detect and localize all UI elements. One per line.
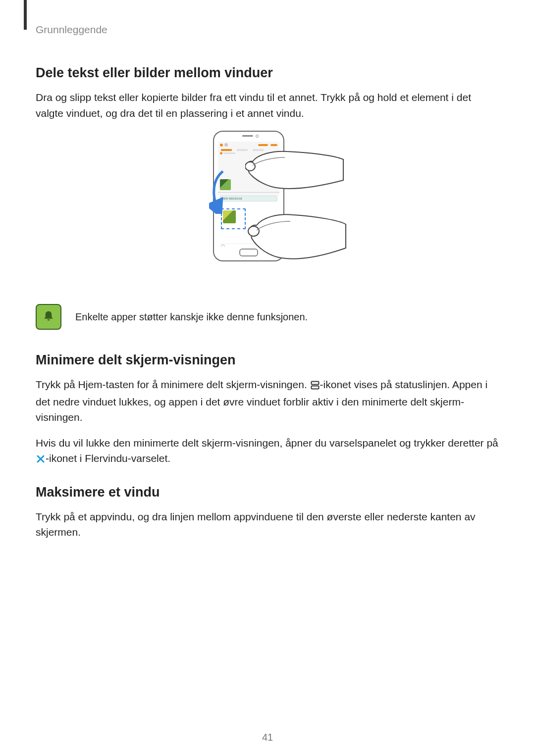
para-share: Dra og slipp tekst eller kopierte bilder… [36,90,499,121]
figure-drag-drop: NEW MESSAGE [36,131,499,289]
header-rule [24,0,27,30]
close-x-icon [36,452,45,468]
para-minimize-2: Hvis du vil lukke den minimerte delt skj… [36,435,499,468]
para-minimize-1: Trykk på Hjem-tasten for å minimere delt… [36,377,499,425]
note-bell-icon [36,304,61,330]
breadcrumb: Grunnleggende [36,24,499,36]
svg-rect-2 [311,382,319,385]
phone-illustration: NEW MESSAGE [198,131,337,289]
drag-arrow-icon [209,169,229,214]
para-minimize-2a: Hvis du vil lukke den minimerte delt skj… [36,437,498,449]
split-screen-icon [311,378,320,394]
note-text: Enkelte apper støtter kanskje ikke denne… [75,311,308,323]
heading-share: Dele tekst eller bilder mellom vinduer [36,65,499,81]
phone-home-button [239,249,258,256]
attach-icon [221,245,225,247]
heading-maximize: Maksimere et vindu [36,485,499,500]
svg-rect-3 [311,386,319,389]
note-row: Enkelte apper støtter kanskje ikke denne… [36,304,499,330]
phone-speaker [242,135,253,137]
page-content: Grunnleggende Dele tekst eller bilder me… [0,0,535,540]
para-minimize-1a: Trykk på Hjem-tasten for å minimere delt… [36,379,310,390]
page-number: 41 [0,732,535,743]
heading-minimize: Minimere delt skjerm-visningen [36,353,499,368]
phone-camera [256,135,259,138]
para-minimize-2b: -ikonet i Flervindu-varselet. [46,453,170,464]
para-maximize: Trykk på et appvindu, og dra linjen mell… [36,509,499,540]
